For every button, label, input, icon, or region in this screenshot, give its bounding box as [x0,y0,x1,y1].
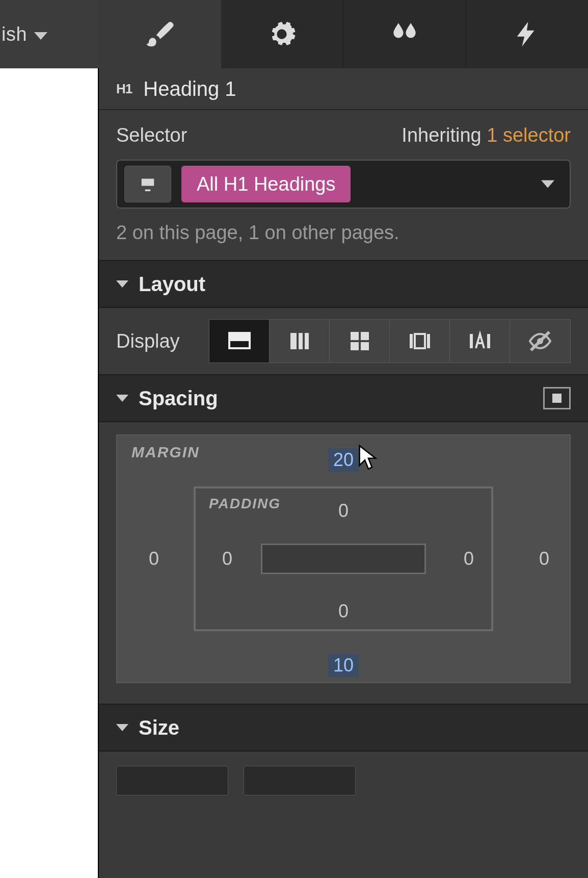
section-spacing-header[interactable]: Spacing [99,375,588,421]
svg-rect-3 [299,333,303,349]
section-layout-header[interactable]: Layout [99,261,588,307]
publish-label: lish [0,23,27,45]
section-size-title: Size [139,716,179,739]
selector-caption: 2 on this page, 1 on other pages. [116,222,571,244]
display-grid-button[interactable] [330,320,390,363]
display-block-icon [227,329,252,353]
breakpoint-button[interactable] [124,166,171,202]
margin-bottom-input[interactable]: 10 [328,654,359,677]
padding-left-input[interactable]: 0 [222,548,232,570]
left-column: lish [0,0,99,878]
svg-rect-1 [229,338,250,341]
display-none-button[interactable] [510,320,570,363]
droplets-icon [390,19,419,49]
caret-down-icon [541,180,554,188]
brush-icon [145,19,175,49]
padding-box: PADDING 0 0 0 0 [194,486,493,631]
caret-down-icon [116,280,128,288]
svg-rect-8 [361,342,369,350]
selected-element-row: H1 Heading 1 [99,68,588,109]
svg-rect-5 [351,332,359,340]
svg-rect-11 [427,334,430,348]
padding-right-input[interactable]: 0 [464,548,474,570]
display-inline-button[interactable] [450,320,510,363]
content-box [261,544,426,574]
section-spacing: Spacing [99,374,588,422]
chevron-down-icon [34,32,47,40]
svg-rect-13 [487,334,490,348]
display-button-group [209,319,571,363]
tab-effects[interactable] [343,0,466,68]
panel-tabs [99,0,588,68]
selector-field[interactable]: All H1 Headings [116,160,571,209]
square-icon [552,394,562,403]
display-flex-icon [287,329,312,353]
margin-left-input[interactable]: 0 [149,548,159,570]
size-body [99,752,588,803]
spacing-expand-button[interactable] [543,387,571,409]
section-spacing-title: Spacing [139,387,218,410]
inheriting-link[interactable]: Inheriting 1 selector [402,124,571,146]
layout-body: Display [99,308,588,374]
padding-label: PADDING [209,496,281,512]
display-inlineblock-icon [408,329,432,353]
display-label: Display [116,330,193,352]
display-inline-icon [468,329,492,353]
svg-rect-6 [361,332,369,340]
caret-down-icon [116,395,128,402]
tab-settings[interactable] [221,0,344,68]
section-size: Size [99,704,588,752]
section-layout-title: Layout [139,273,205,296]
selector-label: Selector [116,124,187,146]
gear-icon [267,19,297,49]
element-type-badge: H1 [116,81,132,97]
selector-tag-label: All H1 Headings [197,173,335,195]
style-panel: H1 Heading 1 Selector Inheriting 1 selec… [99,0,588,878]
svg-rect-4 [305,333,309,349]
inheriting-count: 1 selector [487,124,571,146]
eye-off-icon [528,329,552,353]
margin-top-input[interactable]: 20 [328,448,359,472]
canvas-area[interactable] [0,68,98,878]
inheriting-prefix: Inheriting [402,124,481,146]
lightning-icon [512,19,542,49]
size-height-input[interactable] [244,766,356,795]
margin-label: MARGIN [131,444,200,461]
display-flex-button[interactable] [270,320,330,363]
selector-header: Selector Inheriting 1 selector [116,124,571,146]
publish-dropdown[interactable]: lish [0,0,99,68]
spacing-body: MARGIN 20 0 10 0 PADDING 0 0 0 0 [99,422,588,704]
box-model: MARGIN 20 0 10 0 PADDING 0 0 0 0 [116,434,571,683]
display-block-button[interactable] [209,320,270,363]
selector-block: Selector Inheriting 1 selector All H1 He… [99,110,588,260]
margin-right-input[interactable]: 0 [539,548,549,570]
desktop-icon [137,173,158,195]
svg-rect-7 [351,342,359,350]
size-width-input[interactable] [116,766,228,795]
svg-rect-10 [415,334,425,348]
section-layout: Layout [99,260,588,308]
padding-bottom-input[interactable]: 0 [338,601,349,622]
tab-style[interactable] [99,0,221,68]
svg-rect-12 [470,334,473,348]
section-size-header[interactable]: Size [99,705,588,751]
selector-tag[interactable]: All H1 Headings [181,166,351,202]
caret-down-icon [116,724,128,731]
display-grid-icon [348,329,372,353]
display-inlineblock-button[interactable] [390,320,450,363]
tab-interactions[interactable] [466,0,589,68]
svg-rect-9 [410,334,413,348]
svg-rect-2 [290,333,297,349]
padding-top-input[interactable]: 0 [338,500,349,522]
svg-rect-0 [229,333,250,336]
element-name: Heading 1 [143,78,236,100]
